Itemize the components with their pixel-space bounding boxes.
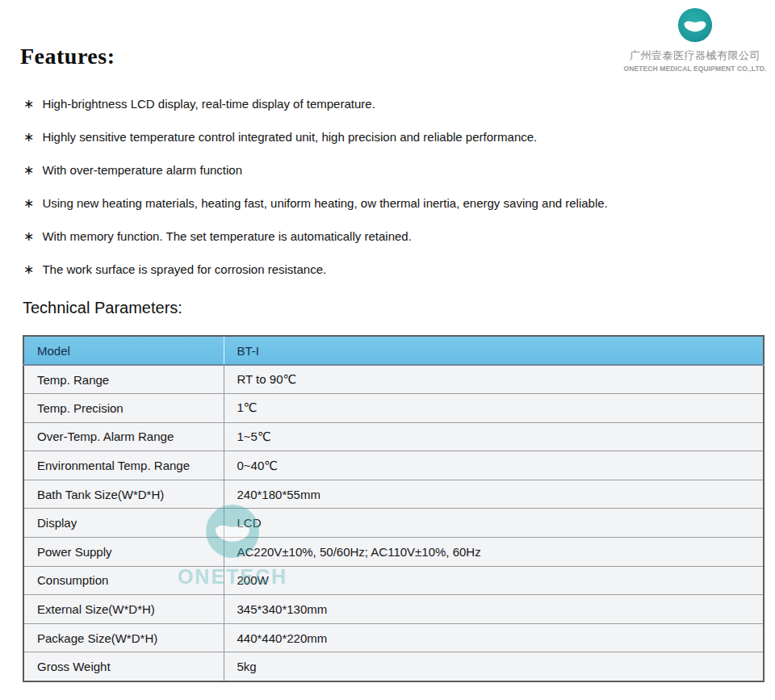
spec-label: Gross Weight [23, 652, 224, 681]
spec-label: External Size(W*D*H) [23, 595, 224, 624]
spec-value: LCD [224, 509, 764, 538]
spec-table-body: Temp. Range RT to 90℃ Temp. Precision 1℃… [23, 365, 764, 681]
spec-value: 200W [224, 566, 764, 595]
spec-label: Consumption [23, 566, 224, 595]
table-row: External Size(W*D*H) 345*340*130mm [23, 595, 764, 624]
spec-value: RT to 90℃ [224, 365, 764, 394]
spec-label: Over-Temp. Alarm Range [23, 422, 224, 451]
table-row: Consumption 200W [23, 566, 764, 595]
table-row: Package Size(W*D*H) 440*440*220mm [23, 623, 764, 652]
table-header-row: Model BT-I [23, 336, 764, 365]
feature-text: With memory function. The set temperatur… [42, 229, 411, 243]
feature-item: ∗ High-brightness LCD display, real-time… [23, 97, 734, 111]
feature-text: High-brightness LCD display, real-time d… [42, 97, 375, 111]
feature-item: ∗ Highly sensitive temperature control i… [23, 130, 734, 144]
spec-value: 5kg [224, 652, 764, 681]
table-row: Display LCD [23, 509, 764, 538]
asterisk-bullet-icon: ∗ [23, 163, 34, 177]
spec-value: 1℃ [224, 394, 764, 423]
spec-label: Environmental Temp. Range [23, 451, 224, 480]
spec-value: 1~5℃ [224, 422, 764, 451]
company-name-cn: 广州壹泰医疗器械有限公司 [623, 48, 767, 63]
document-page: Features: 广州壹泰医疗器械有限公司 ONETECH MEDICAL E… [0, 0, 775, 700]
company-logo: 广州壹泰医疗器械有限公司 ONETECH MEDICAL EQUIPMENT C… [623, 6, 767, 73]
spec-label: Temp. Precision [23, 394, 224, 423]
header-cell-model: Model [23, 336, 224, 365]
spec-value: 240*180*55mm [224, 480, 764, 509]
table-row: Temp. Range RT to 90℃ [23, 365, 764, 394]
feature-item: ∗ With over-temperature alarm function [23, 163, 734, 177]
feature-item: ∗ The work surface is sprayed for corros… [23, 262, 734, 276]
spec-label: Package Size(W*D*H) [23, 623, 224, 652]
logo-smile-icon [677, 6, 714, 44]
spec-value: AC220V±10%, 50/60Hz; AC110V±10%, 60Hz [224, 538, 764, 567]
asterisk-bullet-icon: ∗ [23, 262, 34, 276]
feature-item: ∗ With memory function. The set temperat… [23, 229, 734, 243]
table-row: Power Supply AC220V±10%, 50/60Hz; AC110V… [23, 538, 764, 567]
asterisk-bullet-icon: ∗ [23, 196, 34, 210]
spec-label: Power Supply [23, 538, 224, 567]
table-row: Gross Weight 5kg [23, 652, 764, 681]
table-row: Temp. Precision 1℃ [23, 394, 764, 423]
asterisk-bullet-icon: ∗ [23, 130, 34, 144]
table-row: Bath Tank Size(W*D*H) 240*180*55mm [23, 480, 764, 509]
asterisk-bullet-icon: ∗ [23, 229, 34, 243]
spec-label: Display [23, 509, 224, 538]
header-cell-model-value: BT-I [224, 336, 764, 365]
technical-parameters-title: Technical Parameters: [23, 299, 182, 317]
spec-table: Model BT-I Temp. Range RT to 90℃ Temp. P… [23, 335, 765, 682]
spec-value: 440*440*220mm [224, 623, 764, 652]
feature-text: The work surface is sprayed for corrosio… [42, 262, 326, 276]
table-row: Over-Temp. Alarm Range 1~5℃ [23, 422, 764, 451]
feature-item: ∗ Using new heating materials, heating f… [23, 196, 734, 210]
asterisk-bullet-icon: ∗ [23, 97, 34, 111]
feature-text: Using new heating materials, heating fas… [42, 196, 607, 210]
company-name-en: ONETECH MEDICAL EQUIPMENT CO.,LTD. [623, 65, 767, 73]
spec-value: 345*340*130mm [224, 595, 764, 624]
spec-value: 0~40℃ [224, 451, 764, 480]
feature-text: With over-temperature alarm function [42, 163, 242, 177]
table-row: Environmental Temp. Range 0~40℃ [23, 451, 764, 480]
feature-text: Highly sensitive temperature control int… [42, 130, 537, 144]
features-list: ∗ High-brightness LCD display, real-time… [23, 97, 734, 296]
spec-label: Temp. Range [23, 365, 224, 394]
spec-label: Bath Tank Size(W*D*H) [23, 480, 224, 509]
features-title: Features: [20, 44, 115, 69]
